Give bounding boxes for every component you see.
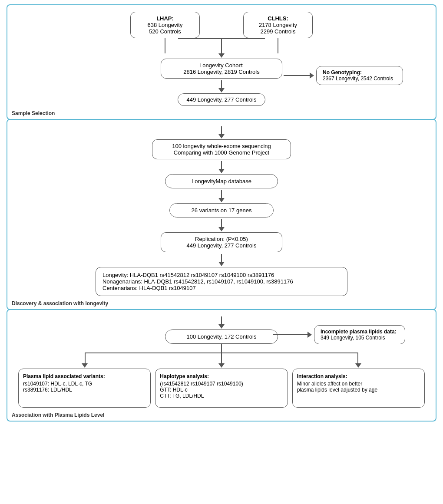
replication-box: Replication: (P<0.05) 449 Longevity, 277…	[161, 232, 282, 252]
clhls-box: CLHLS: 2178 Longevity 2299 Controls	[243, 12, 313, 38]
lipids-filtered-box: 100 Longevity, 172 Controls	[165, 329, 278, 344]
longevity-cohort-box: Longevity Cohort: 2816 Longevity, 2819 C…	[161, 59, 282, 79]
replication-line1: Replication: (P<0.05)	[167, 236, 276, 242]
section-label-discovery: Discovery & association with longevity	[12, 300, 108, 306]
no-genotyping-box: No Genotyping: 2367 Longevity, 2542 Cont…	[316, 66, 403, 85]
longevitymap-text: LongevityMap database	[192, 178, 251, 184]
longevity-cohort-line1: Longevity Cohort:	[167, 62, 276, 69]
longevitymap-box: LongevityMap database	[165, 174, 278, 188]
lhap-title: LHAP:	[137, 15, 193, 22]
section-lipids: 100 Longevity, 172 Controls Incomplete p…	[7, 309, 436, 422]
flowchart: LHAP: 638 Longevity 520 Controls CLHLS: …	[7, 4, 436, 422]
haplotype-box: Haplotype analysis: (rs41542812 rs104910…	[155, 369, 288, 408]
interaction-line2: Minor alleles affect on better	[297, 381, 420, 387]
clhls-line2: 2299 Controls	[250, 28, 306, 35]
variants-box: 26 variants on 17 genes	[169, 203, 274, 217]
lipids-filtered-text: 100 Longevity, 172 Controls	[187, 333, 257, 340]
no-genotyping-title: No Genotyping:	[323, 69, 397, 76]
plasma-line2: rs1049107: HDL-c, LDL-c, TG	[23, 381, 146, 387]
results-box: Longevity: HLA-DQB1 rs41542812 rs1049107…	[96, 267, 347, 296]
sec2-flow: 100 longevity whole-exome sequencing Com…	[14, 126, 429, 296]
haplotype-line2: (rs41542812 rs1049107 rs1049100)	[160, 381, 283, 387]
interaction-line1: Interaction analysis:	[297, 373, 420, 379]
clhls-line1: 2178 Longevity	[250, 22, 306, 28]
arrow-interaction	[355, 363, 361, 368]
results-line1: Longevity: HLA-DQB1 rs41542812 rs1049107…	[102, 272, 341, 278]
results-line3: Centenarians: HLA-DQB1 rs1049107	[102, 285, 341, 291]
arrow-plasma	[82, 363, 88, 368]
incomplete-lipids-box: Incomplete plasma lipids data: 349 Longe…	[314, 325, 405, 344]
clhls-title: CLHLS:	[250, 15, 306, 22]
filtered-box: 449 Longevity, 277 Controls	[178, 93, 266, 106]
lhap-line2: 520 Controls	[137, 28, 193, 35]
section-sample-selection: LHAP: 638 Longevity 520 Controls CLHLS: …	[7, 4, 436, 120]
variants-text: 26 variants on 17 genes	[192, 207, 252, 214]
haplotype-line4: CTT: TG, LDL/HDL	[160, 393, 283, 399]
three-bottom-boxes: Plasma lipid associated variants: rs1049…	[14, 369, 429, 408]
longevity-cohort-line2: 2816 Longevity, 2819 Controls	[167, 69, 276, 75]
plasma-box: Plasma lipid associated variants: rs1049…	[18, 369, 151, 408]
incomplete-line1: 349 Longevity, 105 Controls	[321, 335, 399, 341]
interaction-line3: plasma lipids level adjusted by age	[297, 387, 420, 393]
wes-box: 100 longevity whole-exome sequencing Com…	[152, 139, 291, 159]
arrow-haplotype	[218, 363, 225, 368]
results-line2: Nonagenarians: HLA-DQB1 rs41542812, rs10…	[102, 278, 341, 285]
incomplete-title: Incomplete plasma lipids data:	[321, 329, 399, 335]
interaction-box: Interaction analysis: Minor alleles affe…	[292, 369, 425, 408]
plasma-line3: rs3891176: LDL/HDL	[23, 387, 146, 393]
arrow-to-cohort	[218, 53, 225, 58]
section-label-sample: Sample Selection	[12, 110, 55, 116]
haplotype-line3: GTT: HDL-c	[160, 387, 283, 393]
lhap-box: LHAP: 638 Longevity 520 Controls	[130, 12, 200, 38]
section-label-lipids: Association with Plasma Lipids Level	[12, 412, 104, 418]
lhap-line1: 638 Longevity	[137, 22, 193, 28]
plasma-line1: Plasma lipid associated variants:	[23, 373, 146, 379]
filtered-text: 449 Longevity, 277 Controls	[187, 96, 257, 103]
wes-line2: Comparing with 1000 Genome Project	[159, 149, 284, 156]
section-discovery: 100 longevity whole-exome sequencing Com…	[7, 119, 436, 310]
wes-line1: 100 longevity whole-exome sequencing	[159, 143, 284, 149]
replication-line2: 449 Longevity, 277 Controls	[167, 242, 276, 249]
no-genotyping-line1: 2367 Longevity, 2542 Controls	[323, 76, 397, 82]
haplotype-line1: Haplotype analysis:	[160, 373, 283, 379]
